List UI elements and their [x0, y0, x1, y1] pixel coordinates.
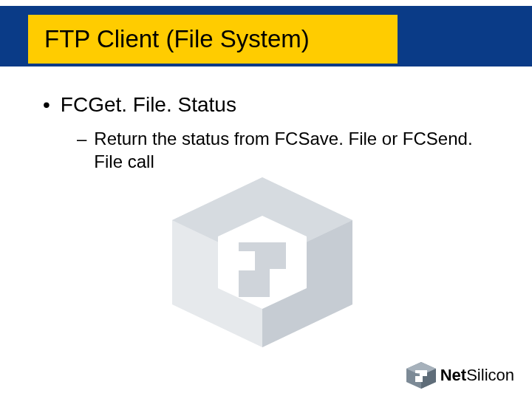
bullet-level-2: – Return the status from FCSave. File or… [77, 127, 494, 173]
netsilicon-logo-icon [406, 362, 436, 389]
page-title: FTP Client (File System) [44, 25, 310, 53]
bullet-dot-icon: • [43, 95, 50, 115]
footer-brand-name: NetSilicon [440, 366, 514, 385]
bullet-l1-text: FCGet. File. Status [61, 93, 236, 117]
bullet-l2-text: Return the status from FCSave. File or F… [94, 127, 494, 173]
bullet-dash-icon: – [77, 127, 86, 150]
footer-brand-rest: Silicon [466, 366, 514, 384]
footer-logo: NetSilicon [406, 362, 514, 389]
footer-brand-bold: Net [440, 366, 466, 384]
bullet-level-1: • FCGet. File. Status [43, 93, 494, 117]
background-logo-watermark [166, 177, 358, 347]
title-box: FTP Client (File System) [28, 15, 398, 64]
content-area: • FCGet. File. Status – Return the statu… [43, 93, 494, 173]
